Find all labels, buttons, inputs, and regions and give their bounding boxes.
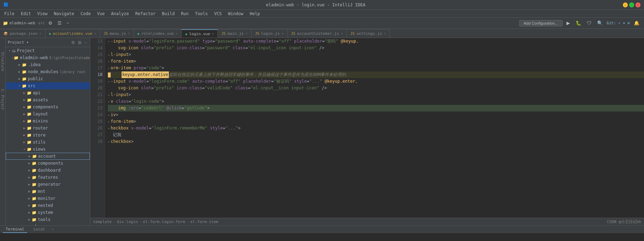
tab-settings-js[interactable]: JS settings.js × [347,29,390,38]
tree-item-store[interactable]: ▶ 📁 store [6,132,90,139]
terminal-tab[interactable]: Terminal [3,226,27,233]
fold-icon[interactable]: ▸ [108,125,110,132]
tab-close-btn[interactable]: × [94,32,96,36]
tab-close-btn[interactable]: × [384,32,386,36]
code-text: = [322,38,325,45]
toolbar-collapse-btn[interactable]: − [65,19,71,27]
sidebar-cog-btn[interactable]: ⚙ [70,40,76,45]
run-btn-coverage[interactable]: 🛡 [585,19,593,27]
menu-navigate[interactable]: Navigate [51,11,77,17]
fold-icon[interactable]: ▸ [108,51,110,58]
run-btn-play[interactable]: ▶ [565,19,572,27]
menu-vue[interactable]: Vue [94,11,108,17]
toolbar-layout-btn[interactable]: ☰ [56,19,63,27]
tab-package-json[interactable]: 📦 package.json × [0,29,45,38]
menu-build[interactable]: Build [159,11,177,17]
menu-code[interactable]: Code [78,11,94,17]
fold-icon[interactable]: ▸ [108,38,110,45]
tree-item-nested[interactable]: ▶ 📁 nested [6,202,90,209]
tag-name: -input [111,78,126,85]
tree-item-api[interactable]: ▶ 📁 api [6,89,90,96]
tree-item-router[interactable]: ▶ 📁 router [6,125,90,132]
menu-view[interactable]: View [35,11,50,17]
menu-vcs[interactable]: VCS [211,11,225,17]
tab-close-btn[interactable]: × [282,32,284,36]
tree-item-public[interactable]: ▶ 📁 public [6,75,90,82]
tab-label: accountCustomer.js [297,31,339,36]
tree-label: system [38,210,53,215]
menu-file[interactable]: File [1,11,17,17]
search-everywhere-btn[interactable]: 🔍 [595,19,605,27]
tree-label: views [33,147,45,152]
code-line-13: ▸ -input v-model = "loginForm.password" … [108,38,644,45]
tree-item-assets[interactable]: ▶ 📁 assets [6,96,90,103]
fold-icon[interactable]: ▸ [108,65,110,71]
tree-item-eladmin-web[interactable]: ▾ 📁 eladmin-web E:\gitProject\eladmin-mp… [6,54,90,61]
tab-close-btn[interactable]: × [212,32,214,36]
fold-icon[interactable]: ▸ [108,112,110,118]
tab-close-btn[interactable]: × [39,32,41,36]
tree-item-monitor[interactable]: ▶ 📁 monitor [6,195,90,202]
tab-login-vue[interactable]: ◆ login.vue × [182,29,218,38]
add-configuration-btn[interactable]: Add Configuration... [519,20,563,26]
fold-icon[interactable]: ▸ [108,98,110,105]
tab-main-js[interactable]: JS main.js × [218,29,251,38]
menu-refactor[interactable]: Refactor [133,11,159,17]
sidebar-expand-btn[interactable]: ⊞ [77,40,82,45]
tree-label: public [28,76,43,81]
tree-item-home-vue[interactable]: ▶ ◆ home.vue [6,223,90,226]
menu-window[interactable]: Window [225,11,246,17]
tab-close-btn[interactable]: × [128,32,130,36]
fold-icon[interactable]: ▸ [108,118,110,125]
tree-item-idea[interactable]: ▶ 📁 .idea [6,61,90,68]
sidebar-close-btn[interactable]: − [83,40,88,45]
menu-analyze[interactable]: Analyze [108,11,132,17]
tree-item-mixins[interactable]: ▶ 📁 mixins [6,118,90,125]
menu-help[interactable]: Help [247,11,263,17]
tab-account-index-vue[interactable]: ◆ account\index.vue × [45,29,100,38]
tree-item-mnt[interactable]: ▶ 📁 mnt [6,188,90,195]
tree-item-utils[interactable]: ▶ 📁 utils [6,139,90,146]
tree-label: src [28,83,36,88]
fold-icon[interactable]: ▸ [108,58,110,65]
fold-icon[interactable]: ▸ [108,138,110,145]
tree-item-components[interactable]: ▶ 📁 components [6,103,90,110]
tab-menu-js[interactable]: JS menu.js × [100,29,134,38]
tree-item-system[interactable]: ▶ 📁 system [6,209,90,216]
local-tab[interactable]: Local [31,226,48,233]
tree-item-views-components[interactable]: ▶ 📁 components [6,160,90,167]
tab-close-btn[interactable]: × [176,32,178,36]
menu-edit[interactable]: Edit [18,11,34,17]
toolbar-notifications-btn[interactable]: 🔔 [632,19,641,27]
tree-item-generator[interactable]: ▶ 📁 generator [6,181,90,188]
tab-role-index-vue[interactable]: ◆ role\index.vue × [134,29,182,38]
add-terminal-btn[interactable]: + [51,227,54,232]
tab-label: account\index.vue [53,31,93,36]
tree-label: generator [38,182,61,187]
menu-run[interactable]: Run [178,11,192,17]
minimize-button[interactable]: − [623,2,628,7]
tab-close-btn[interactable]: × [245,32,247,36]
folder-icon: 📁 [27,112,32,116]
tree-item-project[interactable]: ▾ 🗂 Project [6,47,90,54]
menu-tools[interactable]: Tools [192,11,210,17]
tree-item-features[interactable]: ▶ 📁 features [6,174,90,181]
tree-item-account[interactable]: ▶ 📁 account [6,153,90,160]
tabs-bar: 📦 package.json × ◆ account\index.vue × J… [0,29,644,38]
run-btn-debug[interactable]: 🐛 [574,19,583,27]
tree-item-node-modules[interactable]: ▶ 📁 node_modules library root [6,68,90,75]
maximize-button[interactable]: □ [629,2,634,7]
tree-item-src[interactable]: ▾ 📁 src [6,82,90,89]
tree-item-dashboard[interactable]: ▶ 📁 dashboard [6,167,90,174]
tab-accountcustomer-js[interactable]: JS accountCustomer.js × [288,29,347,38]
tab-close-btn[interactable]: × [341,32,343,36]
tree-item-layout[interactable]: ▶ 📁 layout [6,110,90,118]
code-area[interactable]: ▸ -input v-model = "loginForm.password" … [105,38,644,218]
tree-item-views[interactable]: ▾ 📁 views [6,146,90,153]
toolbar-settings-btn[interactable]: ⚙ [47,19,54,27]
tree-item-tools[interactable]: ▶ 📁 tools [6,216,90,223]
tab-login-js[interactable]: JS login.js × [252,29,288,38]
fold-icon[interactable]: ▸ [108,78,110,85]
fold-icon[interactable]: ▸ [108,91,110,98]
close-button[interactable]: × [636,2,640,7]
